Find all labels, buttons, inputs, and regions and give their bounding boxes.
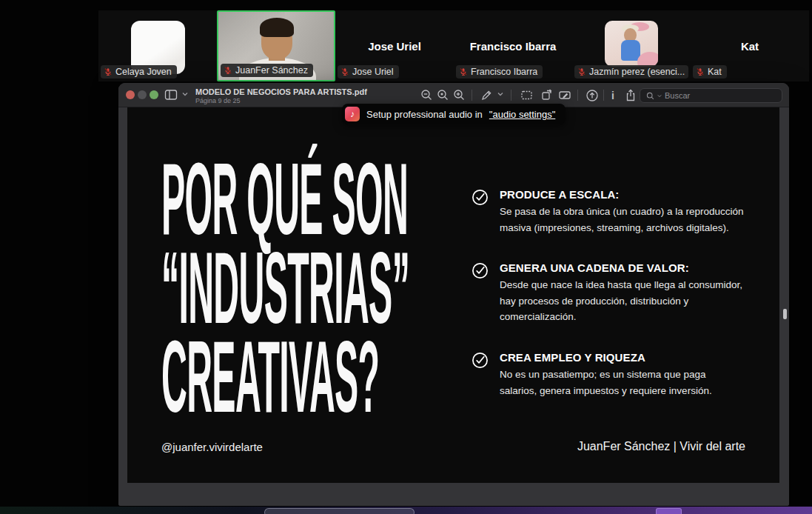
mic-muted-icon [696, 67, 705, 76]
slide-heading-line: POR QUÉ SON [161, 154, 409, 243]
chevron-down-icon [657, 94, 662, 98]
participant-name-text: Kat [708, 67, 722, 77]
bullet-item: PRODUCE A ESCALA: Se pasa de la obra úni… [472, 188, 745, 236]
participant-avatar [605, 21, 658, 67]
zoom-out-icon[interactable] [420, 89, 433, 101]
notification-text: Setup professional audio in [366, 109, 483, 120]
participant-tile-francisco-ibarra[interactable]: Francisco Ibarra Francisco Ibarra [454, 10, 572, 81]
mic-muted-icon [104, 67, 113, 76]
page-indicator: Página 9 de 25 [195, 97, 241, 104]
zoom-window-button[interactable] [150, 90, 158, 99]
participant-name-label: Francisco Ibarra [456, 65, 543, 79]
bullet-body: Desde que nace la idea hasta que llega a… [500, 277, 745, 325]
mic-muted-icon [577, 67, 586, 76]
search-icon [646, 92, 654, 100]
check-circle-icon [472, 261, 489, 325]
rotate-icon[interactable] [540, 89, 553, 101]
search-placeholder: Buscar [665, 91, 690, 100]
dock-button[interactable] [264, 508, 415, 514]
participant-tile-kat[interactable]: Kat Kat [691, 10, 809, 81]
participant-name-text: JuanFer Sánchez [235, 65, 308, 76]
slide-heading: POR QUÉ SON “INDUSTRIAS” CREATIVAS? [161, 154, 409, 421]
participant-name-label: Kat [693, 65, 727, 79]
chevron-down-icon[interactable] [182, 92, 188, 96]
markup-toolbar-icon[interactable] [558, 89, 571, 101]
search-input[interactable]: Buscar [640, 88, 782, 103]
participant-name-label: Jose Uriel [338, 65, 399, 79]
desktop-background: Celaya Joven JuanFer Sánchez Jose Uriel … [0, 0, 812, 514]
participant-tile-jazmin-perez[interactable]: Jazmín perez (esenci... [572, 10, 691, 81]
mic-muted-icon [224, 66, 232, 75]
zoom-in-icon[interactable] [453, 89, 466, 101]
bullet-title: PRODUCE A ESCALA: [500, 188, 745, 201]
music-note-icon: ♪ [345, 107, 360, 121]
bullet-item: CREA EMPLEO Y RIQUEZA No es un pasatiemp… [472, 351, 745, 398]
bullet-title: CREA EMPLEO Y RIQUEZA [500, 351, 745, 364]
slide-signature: JuanFer Sánchez | Vivir del arte [577, 440, 745, 453]
mic-muted-icon [459, 67, 468, 76]
bullet-item: GENERA UNA CADENA DE VALOR: Desde que na… [472, 261, 745, 325]
participant-name-text: Francisco Ibarra [471, 67, 537, 77]
pdf-slide: POR QUÉ SON “INDUSTRIAS” CREATIVAS? PROD… [127, 107, 779, 483]
sidebar-icon[interactable] [164, 89, 179, 101]
bullet-body: Se pasa de la obra única (un cuadro) a l… [500, 204, 745, 236]
mic-muted-icon [340, 67, 349, 76]
bullet-body: No es un pasatiempo; es un sistema que p… [500, 367, 745, 398]
participant-name-text: Jazmín perez (esenci... [589, 67, 685, 77]
pdf-preview-window: MODELO DE NEGOCIOS PARA ARTISTS.pdf Pági… [118, 83, 789, 506]
check-circle-icon [472, 188, 489, 236]
document-title: MODELO DE NEGOCIOS PARA ARTISTS.pdf [195, 87, 367, 96]
participant-tile-celaya-joven[interactable]: Celaya Joven [98, 10, 217, 81]
bullet-title: GENERA UNA CADENA DE VALOR: [500, 261, 745, 274]
check-circle-icon [472, 351, 489, 398]
participant-name-label: JuanFer Sánchez [221, 64, 313, 77]
participant-name-label: Jazmín perez (esenci... [574, 65, 688, 79]
zoom-actual-size-icon[interactable] [437, 89, 449, 101]
navigate-icon[interactable] [585, 89, 599, 102]
slide-heading-line: “INDUSTRIAS” [161, 243, 409, 332]
participant-tile-jose-uriel[interactable]: Jose Uriel Jose Uriel [335, 10, 454, 81]
participant-name-label: Celaya Joven [101, 65, 177, 79]
dock-item[interactable] [656, 508, 682, 514]
info-icon[interactable]: i [611, 90, 614, 101]
audio-setup-notification[interactable]: ♪ Setup professional audio in "audio set… [342, 104, 566, 124]
share-icon[interactable] [625, 89, 637, 102]
minimize-button[interactable] [138, 90, 147, 99]
participant-tile-juanfer-sanchez[interactable]: JuanFer Sánchez [217, 10, 335, 81]
scrollbar-thumb[interactable] [783, 309, 787, 319]
slide-heading-line: CREATIVAS? [161, 332, 409, 421]
audio-settings-link[interactable]: "audio settings" [489, 109, 555, 120]
text-selection-icon[interactable] [520, 89, 533, 101]
window-content: POR QUÉ SON “INDUSTRIAS” CREATIVAS? PROD… [118, 107, 789, 506]
markup-pencil-icon[interactable] [480, 89, 493, 101]
slide-handle: @juanfer.vivirdelarte [161, 441, 263, 453]
participant-name-text: Jose Uriel [352, 67, 394, 77]
chevron-down-icon[interactable] [497, 92, 503, 96]
participant-name-text: Celaya Joven [115, 67, 172, 77]
close-button[interactable] [126, 90, 135, 99]
